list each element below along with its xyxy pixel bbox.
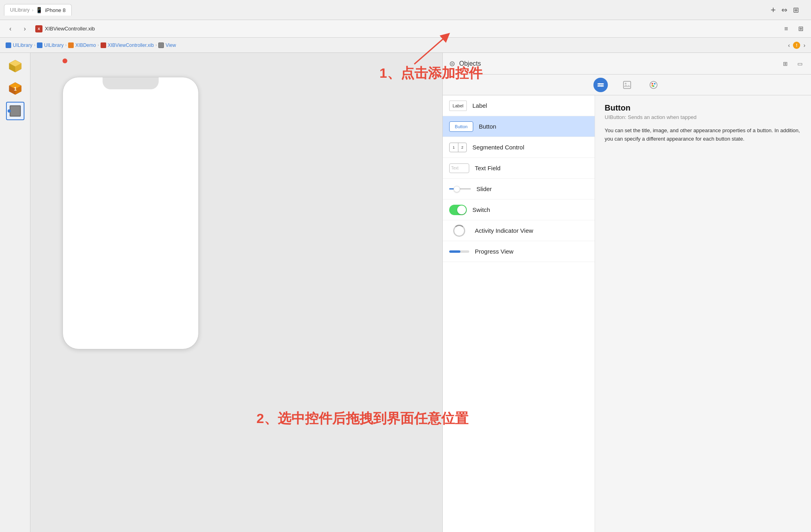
label-control-icon: Label (449, 101, 467, 111)
breadcrumb-xibdemo[interactable]: XIBDemo (68, 42, 96, 48)
tab-image-button[interactable] (620, 78, 634, 92)
list-item-progress[interactable]: Progress View (443, 241, 595, 262)
panel-header-icons: ⊞ ▭ (781, 59, 805, 69)
breadcrumb-uilib-1[interactable]: UILibrary (6, 42, 32, 48)
tab-uilib-label: UILibrary (10, 7, 30, 13)
bc-icon-xib (101, 42, 106, 48)
svg-point-12 (601, 85, 603, 87)
bc-nav-next[interactable]: › (803, 42, 805, 48)
list-item-segmented[interactable]: 1 2 Segmented Control (443, 137, 595, 158)
description-panel: Button UIButton: Sends an action when ta… (595, 95, 811, 532)
activity-indicator-icon (453, 225, 465, 237)
list-view-icon[interactable]: ▭ (795, 59, 805, 69)
view-dot-icon (8, 109, 11, 113)
progress-fill (449, 250, 460, 253)
objects-panel: ⊜ Objects ⊞ ▭ (442, 53, 811, 532)
main-area: 1 ⊜ Objects ⊞ ▭ (0, 53, 811, 532)
bc-icon-blue-2 (37, 42, 42, 48)
panel-toggle-button[interactable]: ⊞ (793, 6, 799, 14)
label-item-name: Label (472, 102, 487, 109)
orange-cube-icon: 1 (8, 81, 23, 96)
svg-point-20 (652, 85, 653, 87)
list-item-activity[interactable]: Activity Indicator View (443, 220, 595, 241)
bc-sep-1: › (34, 43, 35, 47)
xib-filename-label: XIBViewController.xib (45, 26, 95, 32)
button-item-name: Button (479, 123, 496, 130)
view-box-icon (10, 105, 21, 117)
bc-icon-blue-1 (6, 42, 11, 48)
svg-point-14 (625, 83, 626, 84)
description-title: Button (605, 103, 801, 113)
panel-menu-icon: ⊜ (449, 59, 455, 68)
palette-tab-icon (649, 81, 658, 89)
slider-item-name: Slider (476, 185, 492, 192)
panel-header: ⊜ Objects ⊞ ▭ (443, 53, 811, 75)
nav-forward-button[interactable]: › (19, 23, 30, 34)
activity-item-name: Activity Indicator View (475, 227, 533, 234)
warning-badge: ! (793, 42, 800, 49)
svg-point-16 (650, 81, 657, 89)
list-item-switch[interactable]: Switch (443, 200, 595, 220)
progress-control-icon-wrap (449, 250, 469, 253)
breadcrumb-xibfile[interactable]: XIBViewController.xib (101, 42, 154, 48)
svg-rect-13 (623, 81, 631, 89)
svg-marker-15 (623, 85, 631, 87)
toolbar: ‹ › X XIBViewController.xib ≡ ⊞ (0, 20, 811, 38)
inspector-button[interactable]: ⊞ (795, 23, 806, 34)
image-tab-icon (623, 81, 631, 89)
bc-sep-4: › (155, 43, 157, 47)
bc-nav-prev[interactable]: ‹ (788, 42, 790, 48)
sidebar-item-yellow-cube[interactable] (6, 57, 24, 75)
progress-bar-icon (449, 250, 469, 253)
list-item-textfield[interactable]: Text Text Field (443, 158, 595, 179)
nav-back-button[interactable]: ‹ (5, 23, 16, 34)
bc-icon-gray (158, 42, 164, 48)
svg-point-18 (654, 83, 656, 85)
tab-bar: UILibrary › 📱 iPhone 8 + ⇔ ⊞ (0, 0, 811, 20)
bc-label-xibdemo: XIBDemo (75, 42, 96, 48)
svg-rect-9 (597, 83, 604, 85)
layout-toggle-button[interactable]: ⇔ (781, 6, 787, 14)
list-item-label[interactable]: Label Label (443, 95, 595, 116)
bc-label-view: View (165, 42, 176, 48)
bc-label-uilib-2: UILibrary (44, 42, 64, 48)
phone-notch (103, 77, 159, 89)
sidebar-item-orange-cube[interactable]: 1 (6, 79, 24, 98)
svg-rect-10 (597, 85, 604, 87)
list-item-button[interactable]: Button Button (443, 116, 595, 137)
tab-palette-button[interactable] (646, 78, 661, 92)
breadcrumb: UILibrary › UILibrary › XIBDemo › XIBVie… (0, 38, 811, 53)
tab-device-label: iPhone 8 (45, 7, 65, 13)
tab-controls-button[interactable] (593, 78, 608, 92)
slider-control-icon (449, 185, 471, 193)
segmented-item-name: Segmented Control (472, 144, 524, 151)
svg-text:1: 1 (14, 86, 16, 92)
textfield-control-icon: Text (449, 163, 469, 173)
items-list: Label Label Button Button 1 2 Segmented … (443, 95, 595, 532)
tab-uilib[interactable]: UILibrary › 📱 iPhone 8 (4, 4, 72, 16)
breadcrumb-view[interactable]: View (158, 42, 176, 48)
left-sidebar: 1 (0, 53, 30, 532)
list-item-slider[interactable]: Slider (443, 179, 595, 200)
sidebar-item-view[interactable] (6, 102, 24, 120)
breadcrumb-uilib-2[interactable]: UILibrary (37, 42, 64, 48)
textfield-item-name: Text Field (475, 165, 500, 171)
segmented-control-icon: 1 2 (449, 143, 467, 152)
svg-point-17 (652, 83, 653, 85)
description-body: You can set the title, image, and other … (605, 127, 801, 143)
bc-label-uilib-1: UILibrary (13, 42, 32, 48)
switch-control-icon (449, 205, 467, 215)
panel-body: Label Label Button Button 1 2 Segmented … (443, 95, 811, 532)
breadcrumb-sep-tab: › (32, 8, 34, 12)
canvas-close-btn[interactable] (63, 58, 67, 63)
yellow-cube-icon (8, 58, 23, 74)
lines-button[interactable]: ≡ (781, 23, 792, 34)
add-control-button[interactable]: + (771, 5, 776, 15)
panel-title: Objects (459, 60, 481, 67)
description-subtitle: UIButton: Sends an action when tapped (605, 114, 801, 120)
bc-label-xibfile: XIBViewController.xib (108, 42, 154, 48)
svg-point-11 (599, 83, 600, 85)
bc-icon-orange (68, 42, 74, 48)
progress-item-name: Progress View (475, 248, 513, 255)
grid-view-icon[interactable]: ⊞ (781, 59, 790, 69)
